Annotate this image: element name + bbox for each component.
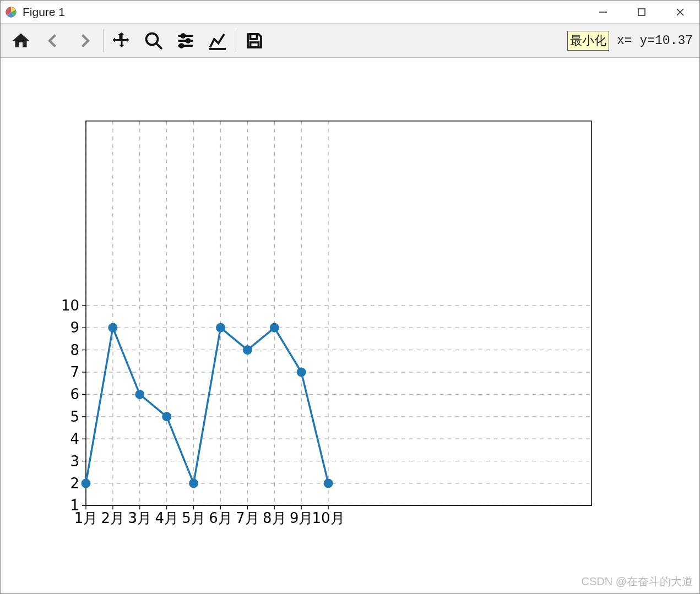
svg-line-6 (156, 43, 162, 49)
cursor-coordinates: x= y=10.37 (617, 34, 695, 48)
svg-text:7: 7 (70, 364, 79, 380)
pan-button[interactable] (106, 26, 138, 55)
toolbar-separator (103, 29, 104, 52)
toolbar: 最小化 x= y=10.37 (1, 24, 699, 58)
svg-point-80 (162, 412, 171, 421)
svg-text:5月: 5月 (182, 510, 205, 526)
plot-area[interactable]: 123456789101月2月3月4月5月6月7月8月9月10月 CSDN @在… (1, 58, 699, 593)
svg-text:3: 3 (70, 453, 79, 470)
window-controls (584, 1, 699, 23)
svg-text:4月: 4月 (155, 510, 178, 526)
svg-text:9: 9 (70, 319, 79, 336)
forward-button[interactable] (69, 26, 101, 55)
svg-text:10: 10 (61, 297, 79, 314)
close-button[interactable] (661, 1, 699, 23)
svg-point-10 (182, 34, 185, 37)
svg-point-85 (297, 368, 306, 377)
svg-text:4: 4 (70, 430, 79, 447)
zoom-button[interactable] (138, 26, 170, 55)
svg-text:1月: 1月 (74, 510, 98, 526)
svg-rect-15 (251, 42, 259, 47)
app-icon (5, 6, 17, 18)
svg-text:5: 5 (70, 408, 79, 425)
svg-text:7月: 7月 (236, 510, 259, 526)
svg-text:8月: 8月 (263, 510, 286, 526)
titlebar: Figure 1 (1, 1, 699, 24)
svg-rect-14 (251, 34, 257, 39)
configure-button[interactable] (170, 26, 202, 55)
svg-point-82 (216, 323, 225, 333)
svg-rect-36 (86, 121, 592, 506)
edit-axes-button[interactable] (202, 26, 234, 55)
svg-text:3月: 3月 (128, 510, 152, 526)
chart-svg: 123456789101月2月3月4月5月6月7月8月9月10月 (1, 58, 699, 593)
watermark: CSDN @在奋斗的大道 (581, 574, 693, 589)
toolbar-separator (236, 29, 236, 52)
svg-point-11 (187, 39, 190, 42)
home-button[interactable] (5, 26, 37, 55)
svg-point-5 (146, 33, 158, 45)
window-title: Figure 1 (23, 6, 65, 19)
svg-point-12 (180, 44, 183, 47)
back-button[interactable] (37, 26, 69, 55)
svg-text:8: 8 (70, 342, 79, 358)
svg-point-83 (243, 345, 252, 355)
svg-point-86 (324, 478, 333, 488)
save-button[interactable] (238, 26, 270, 55)
svg-text:10月: 10月 (312, 510, 345, 526)
figure-window: Figure 1 (0, 0, 700, 594)
svg-point-81 (189, 478, 198, 488)
svg-text:6: 6 (70, 386, 79, 402)
minimize-button[interactable] (584, 1, 622, 23)
svg-point-77 (82, 478, 91, 488)
svg-text:2月: 2月 (101, 510, 125, 526)
tooltip-label: 最小化 (567, 31, 609, 51)
svg-point-78 (108, 323, 117, 333)
maximize-button[interactable] (622, 1, 661, 23)
svg-text:2: 2 (70, 475, 79, 492)
svg-text:6月: 6月 (209, 510, 232, 526)
svg-rect-2 (638, 9, 645, 15)
svg-point-79 (135, 390, 144, 399)
svg-point-84 (270, 323, 279, 333)
svg-text:9月: 9月 (290, 510, 313, 526)
